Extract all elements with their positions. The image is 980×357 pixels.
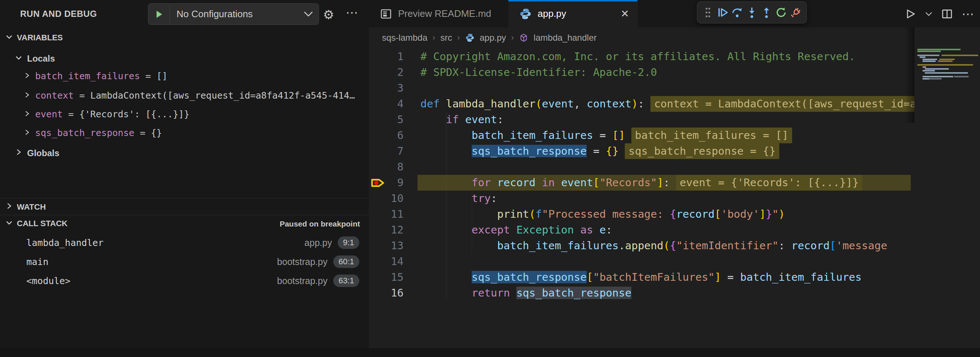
code-token: ) bbox=[632, 97, 638, 110]
stack-frame-lambda_handler[interactable]: lambda_handler app.py 9:1 bbox=[0, 234, 369, 252]
variable-batch_item_failures[interactable]: batch_item_failures = [] bbox=[24, 71, 386, 81]
minimap[interactable] bbox=[915, 27, 980, 348]
run-options-chevron-icon[interactable] bbox=[925, 11, 932, 16]
code-token: = bbox=[587, 145, 606, 157]
call-stack-section-header[interactable]: CALL STACK bbox=[5, 218, 68, 229]
minimap-line bbox=[917, 51, 941, 52]
stack-frame-module[interactable]: <module> bootstrap.py 63:1 bbox=[0, 272, 369, 290]
code-token: Exception bbox=[516, 223, 574, 236]
code-token bbox=[420, 192, 472, 204]
code-token: {} bbox=[606, 145, 619, 157]
minimap-line bbox=[925, 68, 949, 70]
line-number: 8 bbox=[369, 159, 404, 175]
step-into-button[interactable] bbox=[745, 5, 759, 21]
step-out-button[interactable] bbox=[759, 5, 773, 21]
code-token: record bbox=[791, 239, 830, 252]
chevron-down-icon bbox=[298, 11, 318, 18]
code-line: batch_item_failures = []batch_item_failu… bbox=[420, 128, 792, 143]
code-token: "itemIdentifier" bbox=[676, 239, 778, 252]
markdown-preview-icon bbox=[380, 8, 392, 20]
editor-tab-bar: Preview README.md app.py ✕ bbox=[369, 0, 980, 28]
vscode-window: RUN AND DEBUG No Configurations ⚙ ⋯ VARI… bbox=[0, 0, 980, 357]
code-editor[interactable]: sqs-lambda › src › app.py › lambda_handl… bbox=[369, 27, 980, 348]
chevron-down-icon bbox=[15, 54, 23, 64]
step-over-button[interactable] bbox=[730, 5, 744, 21]
code-token: batch_item_failures bbox=[497, 239, 619, 252]
code-token: "Processed message: bbox=[542, 208, 670, 220]
code-token: batch_item_failures bbox=[472, 129, 593, 142]
line-number: 5 bbox=[369, 112, 404, 128]
continue-button[interactable] bbox=[716, 5, 730, 21]
watch-section-header[interactable]: WATCH bbox=[5, 202, 46, 212]
tab-app-py[interactable]: app.py ✕ bbox=[508, 0, 638, 27]
code-token: : bbox=[779, 239, 791, 252]
more-actions-icon[interactable]: ⋯ bbox=[962, 6, 975, 21]
code-line: sqs_batch_response["batchItemFailures"] … bbox=[420, 269, 862, 285]
window-bottom-edge bbox=[0, 348, 980, 357]
code-token: sqs_batch_response bbox=[472, 145, 587, 157]
line-col-badge: 60:1 bbox=[333, 255, 359, 268]
code-token: event bbox=[542, 97, 574, 110]
code-token: record bbox=[497, 176, 536, 189]
code-line: except Exception as e: bbox=[420, 222, 612, 238]
debug-inline-value: event = {'Records': [{...}]} bbox=[676, 175, 862, 191]
debug-inline-value: batch_item_failures = [] bbox=[632, 128, 792, 143]
line-number: 12 bbox=[369, 222, 404, 238]
split-editor-button[interactable] bbox=[941, 8, 953, 20]
chevron-right-icon bbox=[24, 109, 31, 120]
debug-config-label: No Configurations bbox=[170, 8, 298, 20]
code-token bbox=[420, 271, 472, 283]
restart-button[interactable] bbox=[774, 5, 788, 21]
breadcrumb-folder[interactable]: sqs-lambda bbox=[382, 33, 427, 43]
code-token: [ bbox=[587, 271, 593, 283]
variable-sqs_batch_response[interactable]: sqs_batch_response = {} bbox=[24, 128, 386, 138]
scope-locals[interactable]: Locals bbox=[15, 54, 55, 64]
breadcrumb-folder[interactable]: src bbox=[440, 33, 452, 43]
line-number: 6 bbox=[369, 128, 404, 143]
code-token bbox=[420, 287, 472, 299]
variables-section-header[interactable]: VARIABLES bbox=[5, 33, 63, 43]
code-token: ] bbox=[657, 176, 663, 189]
breadcrumb-file[interactable]: app.py bbox=[480, 33, 506, 43]
code-token: ) bbox=[779, 208, 785, 220]
debug-config-dropdown[interactable]: No Configurations bbox=[148, 3, 319, 25]
line-number: 3 bbox=[369, 80, 404, 96]
stack-frame-main[interactable]: main bootstrap.py 60:1 bbox=[0, 253, 369, 271]
scope-globals[interactable]: Globals bbox=[15, 148, 59, 158]
more-actions-icon[interactable]: ⋯ bbox=[346, 5, 358, 20]
breadcrumb-symbol[interactable]: lambda_handler bbox=[534, 33, 597, 43]
code-token: as bbox=[574, 223, 600, 236]
code-token: # SPDX-License-Identifier: Apache-2.0 bbox=[420, 66, 657, 78]
chevron-right-icon bbox=[5, 202, 13, 212]
run-python-file-button[interactable] bbox=[905, 8, 916, 20]
code-token bbox=[420, 145, 472, 157]
drag-handle[interactable] bbox=[701, 5, 715, 21]
code-token bbox=[420, 113, 446, 126]
code-token: "Records" bbox=[600, 176, 657, 189]
disconnect-button[interactable] bbox=[789, 5, 803, 21]
close-icon[interactable]: ✕ bbox=[621, 8, 629, 20]
variable-event[interactable]: event = {'Records': [{...}]} bbox=[24, 109, 386, 120]
variable-context[interactable]: context = LambdaContext([aws_request_id=… bbox=[24, 90, 386, 101]
code-token: : bbox=[497, 113, 504, 126]
code-line: def lambda_handler(event, context):conte… bbox=[420, 96, 980, 112]
tab-preview-readme[interactable]: Preview README.md bbox=[369, 0, 509, 27]
minimap-line bbox=[923, 59, 937, 60]
code-area[interactable]: 1# Copyright Amazon.com, Inc. or its aff… bbox=[369, 49, 980, 348]
code-line: if event: bbox=[420, 112, 504, 128]
code-token: : bbox=[606, 223, 612, 236]
gear-icon[interactable]: ⚙ bbox=[323, 7, 334, 22]
code-token bbox=[420, 129, 472, 142]
code-token: lambda_handler bbox=[446, 97, 535, 110]
minimap-highlight bbox=[939, 59, 955, 60]
start-debug-icon[interactable] bbox=[148, 4, 170, 25]
code-token: [] bbox=[612, 129, 625, 142]
code-token: event bbox=[561, 176, 593, 189]
code-token: : bbox=[638, 97, 644, 110]
code-line: print(f"Processed message: {record['body… bbox=[420, 206, 785, 222]
code-token: ] bbox=[759, 208, 765, 220]
minimap-highlight bbox=[954, 76, 969, 77]
minimap-highlight bbox=[942, 54, 978, 56]
chevron-down-icon bbox=[5, 33, 13, 43]
code-token: context bbox=[587, 97, 632, 110]
